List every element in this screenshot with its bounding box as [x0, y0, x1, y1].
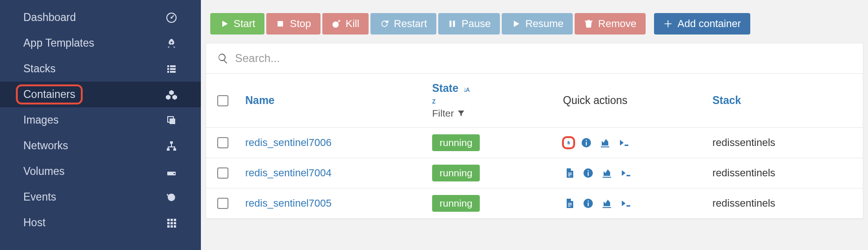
inspect-icon[interactable]	[582, 197, 595, 210]
sidebar-item-dashboard[interactable]: Dashboard	[0, 5, 201, 30]
search-icon	[217, 53, 228, 64]
history-icon	[165, 191, 178, 203]
sidebar-item-app-templates[interactable]: App Templates	[0, 30, 201, 56]
add-label: Add container	[677, 18, 741, 30]
console-icon[interactable]	[619, 197, 632, 210]
sidebar-item-containers[interactable]: Containers	[0, 82, 201, 107]
table-body: redis_sentinel7006runningredissentinelsr…	[206, 128, 863, 219]
sidebar-item-host[interactable]: Host	[0, 210, 201, 236]
sidebar-item-events[interactable]: Events	[0, 184, 201, 210]
rocket-icon	[165, 37, 178, 49]
trash-icon	[584, 19, 593, 28]
table-row: redis_sentinel7005runningredissentinels	[206, 188, 863, 219]
row-checkbox[interactable]	[217, 167, 228, 179]
column-quick-actions: Quick actions	[563, 94, 627, 106]
play-icon	[511, 19, 520, 28]
resume-label: Resume	[525, 18, 563, 30]
console-icon[interactable]	[619, 167, 632, 180]
stats-icon[interactable]	[600, 197, 613, 210]
sidebar-item-images[interactable]: Images	[0, 107, 201, 133]
sidebar-item-volumes[interactable]: Volumes	[0, 159, 201, 184]
stats-icon[interactable]	[598, 136, 612, 149]
sidebar-item-label: Dashboard	[23, 11, 76, 24]
search-row	[206, 43, 863, 74]
pause-icon	[448, 19, 457, 28]
console-icon[interactable]	[617, 136, 630, 149]
svg-rect-3	[453, 21, 455, 27]
content-panel: Name State ↓AZ Filter Quick actions Stac…	[206, 43, 863, 219]
resume-button[interactable]: Resume	[502, 13, 573, 35]
sitemap-icon	[165, 140, 178, 152]
start-button[interactable]: Start	[210, 13, 264, 35]
inspect-icon[interactable]	[582, 167, 595, 180]
start-label: Start	[234, 18, 255, 30]
sidebar-item-label: App Templates	[23, 37, 94, 49]
inspect-icon[interactable]	[580, 136, 593, 149]
column-name[interactable]: Name	[245, 94, 275, 106]
restart-button[interactable]: Restart	[370, 13, 436, 35]
svg-rect-0	[278, 21, 284, 27]
pause-button[interactable]: Pause	[438, 13, 500, 35]
stack-name: redissentinels	[712, 137, 776, 148]
svg-rect-2	[449, 21, 451, 27]
logs-icon[interactable]	[563, 167, 576, 180]
remove-label: Remove	[598, 18, 636, 30]
sidebar-item-label: Volumes	[23, 165, 64, 178]
row-checkbox[interactable]	[217, 198, 228, 209]
sidebar-item-stacks[interactable]: Stacks	[0, 56, 201, 82]
play-icon	[220, 19, 229, 28]
pause-label: Pause	[462, 18, 491, 30]
table-row: redis_sentinel7006runningredissentinels	[206, 128, 863, 158]
toolbar: Start Stop Kill Restart Pause Resume Rem…	[201, 0, 868, 43]
sidebar-item-label: Host	[23, 216, 45, 229]
main-area: Start Stop Kill Restart Pause Resume Rem…	[201, 0, 868, 250]
state-badge: running	[432, 134, 480, 151]
table-row: redis_sentinel7004runningredissentinels	[206, 158, 863, 188]
logs-icon[interactable]	[562, 136, 575, 149]
stack-name: redissentinels	[712, 197, 776, 209]
filter-icon[interactable]	[457, 109, 465, 118]
search-input[interactable]	[235, 52, 852, 65]
sidebar-item-label: Stacks	[23, 62, 56, 75]
filter-label[interactable]: Filter	[432, 108, 454, 119]
kill-label: Kill	[346, 18, 359, 30]
restart-label: Restart	[394, 18, 427, 30]
container-name-link[interactable]: redis_sentinel7004	[245, 167, 332, 179]
sidebar-item-label: Containers	[16, 84, 83, 104]
copy-icon	[165, 114, 178, 126]
bomb-icon	[332, 19, 341, 28]
kill-button[interactable]: Kill	[322, 13, 369, 35]
sidebar-item-label: Images	[23, 114, 58, 126]
column-stack[interactable]: Stack	[712, 94, 741, 106]
logs-icon[interactable]	[563, 197, 576, 210]
select-all-checkbox[interactable]	[217, 95, 228, 106]
container-name-link[interactable]: redis_sentinel7005	[245, 197, 332, 209]
refresh-icon	[380, 19, 389, 28]
stop-button[interactable]: Stop	[266, 13, 320, 35]
row-checkbox[interactable]	[217, 137, 228, 148]
stack-name: redissentinels	[712, 167, 776, 179]
stop-label: Stop	[290, 18, 311, 30]
drive-icon	[165, 166, 178, 178]
sidebar-item-label: Events	[23, 191, 56, 203]
sidebar-item-label: Networks	[23, 139, 68, 152]
stop-icon	[276, 19, 285, 28]
column-state[interactable]: State	[432, 82, 458, 94]
remove-button[interactable]: Remove	[575, 13, 646, 35]
add-container-button[interactable]: Add container	[654, 13, 750, 35]
plus-icon	[663, 19, 673, 28]
container-name-link[interactable]: redis_sentinel7006	[245, 137, 332, 148]
stats-icon[interactable]	[600, 167, 613, 180]
grid-icon	[165, 217, 178, 229]
state-badge: running	[432, 195, 480, 212]
state-badge: running	[432, 165, 480, 181]
sidebar: DashboardApp TemplatesStacksContainersIm…	[0, 0, 201, 250]
svg-point-1	[332, 21, 338, 28]
list-icon	[165, 63, 178, 75]
cubes-icon	[165, 89, 178, 101]
gauge-icon	[165, 12, 178, 24]
sidebar-item-networks[interactable]: Networks	[0, 133, 201, 159]
table-header: Name State ↓AZ Filter Quick actions Stac…	[206, 74, 863, 128]
